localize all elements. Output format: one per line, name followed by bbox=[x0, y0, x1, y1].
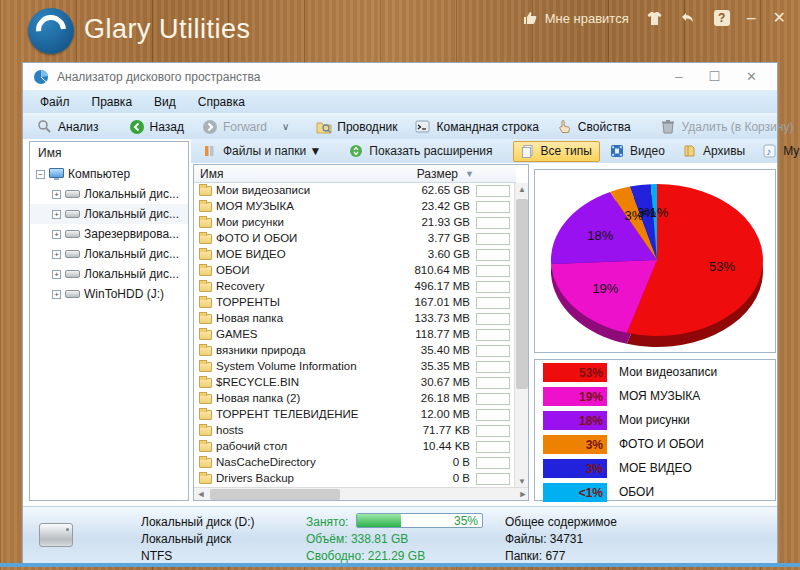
file-size: 133.73 MB bbox=[414, 312, 470, 324]
file-row[interactable]: Recovery496.17 MB bbox=[194, 279, 516, 295]
collapse-box[interactable]: − bbox=[36, 170, 45, 179]
tree-item-drive[interactable]: +Локальный дис... bbox=[30, 184, 188, 204]
scroll-up-arrow[interactable]: ▲ bbox=[515, 183, 529, 197]
file-row[interactable]: ТОРРЕНТЫ167.01 MB bbox=[194, 295, 516, 311]
list-header: Имя Размер ▼ bbox=[194, 165, 516, 183]
file-row[interactable]: Drivers Backup0 B bbox=[194, 471, 516, 487]
expand-box[interactable]: + bbox=[52, 210, 61, 219]
file-row[interactable]: NasCacheDirectory0 B bbox=[194, 455, 516, 471]
column-name[interactable]: Имя bbox=[200, 167, 223, 181]
undo-button[interactable] bbox=[680, 10, 697, 27]
app-close-button[interactable]: ✕ bbox=[773, 10, 786, 26]
legend-panel: 53%Мои видеозаписи19%МОЯ МУЗЫКА18%Мои ри… bbox=[534, 359, 776, 501]
tree-root-computer[interactable]: −Компьютер bbox=[30, 164, 188, 184]
menu-item-Справка[interactable]: Справка bbox=[187, 95, 256, 109]
file-name: ОБОИ bbox=[216, 264, 250, 276]
file-row[interactable]: Мои видеозаписи62.65 GB bbox=[194, 183, 516, 199]
horizontal-scrollbar[interactable]: ◄ ► bbox=[194, 487, 529, 500]
window-minimize-button[interactable]: – bbox=[675, 69, 682, 84]
expand-box[interactable]: + bbox=[52, 290, 61, 299]
legend-swatch: 53% bbox=[543, 363, 607, 382]
svg-text:♪: ♪ bbox=[766, 145, 771, 156]
horizontal-scroll-thumb[interactable] bbox=[210, 489, 340, 500]
file-size: 496.17 MB bbox=[414, 280, 470, 292]
menu-item-Вид[interactable]: Вид bbox=[143, 95, 187, 109]
expand-box[interactable]: + bbox=[52, 250, 61, 259]
file-row[interactable]: ОБОИ810.64 MB bbox=[194, 263, 516, 279]
menu-item-Файл[interactable]: Файл bbox=[29, 95, 81, 109]
file-row[interactable]: вязники природа35.40 MB bbox=[194, 343, 516, 359]
file-row[interactable]: ФОТО И ОБОИ3.77 GB bbox=[194, 231, 516, 247]
file-name: МОЕ ВИДЕО bbox=[216, 248, 286, 260]
video-label: Видео bbox=[630, 144, 665, 158]
app-minimize-button[interactable]: – bbox=[747, 10, 756, 26]
window-maximize-button[interactable]: ☐ bbox=[708, 69, 720, 84]
back-circle-icon bbox=[129, 119, 145, 135]
folder-icon bbox=[199, 266, 212, 276]
filter-video-button[interactable]: Видео bbox=[602, 141, 673, 162]
help-button[interactable]: ? bbox=[714, 10, 730, 26]
show-extensions-button[interactable]: Показать расширения bbox=[341, 141, 500, 162]
file-row[interactable]: МОЕ ВИДЕО3.60 GB bbox=[194, 247, 516, 263]
expand-box[interactable]: + bbox=[52, 190, 61, 199]
file-row[interactable]: Новая папка133.73 MB bbox=[194, 311, 516, 327]
file-row[interactable]: ТОРРЕНТ ТЕЛЕВИДЕНИЕ12.00 MB bbox=[194, 407, 516, 423]
file-row[interactable]: рабочий стол10.44 KB bbox=[194, 439, 516, 455]
expand-box[interactable]: + bbox=[52, 230, 61, 239]
pie-chart: 53%19%18%3%3%<1% bbox=[535, 170, 777, 354]
drive-icon bbox=[39, 523, 73, 547]
delete-button[interactable]: Удалить (в Корзину) bbox=[653, 117, 800, 137]
hand-pointer-icon bbox=[557, 119, 573, 135]
command-prompt-icon bbox=[415, 119, 431, 135]
folder-icon bbox=[199, 298, 212, 308]
files-folders-filter-button[interactable]: Файлы и папки ▼ bbox=[195, 141, 329, 162]
tree-item-drive[interactable]: +WinToHDD (J:) bbox=[30, 284, 188, 304]
file-name: Drivers Backup bbox=[216, 472, 294, 484]
file-row[interactable]: $RECYCLE.BIN30.67 MB bbox=[194, 375, 516, 391]
menu-item-Правка[interactable]: Правка bbox=[81, 95, 144, 109]
like-button[interactable]: Мне нравится bbox=[522, 10, 629, 27]
file-row[interactable]: System Volume Information35.35 MB bbox=[194, 359, 516, 375]
file-size: 35.40 MB bbox=[421, 344, 470, 356]
size-bar bbox=[476, 233, 510, 245]
file-row[interactable]: Мои рисунки21.93 GB bbox=[194, 215, 516, 231]
column-size[interactable]: Размер bbox=[417, 167, 458, 181]
tree-item-drive[interactable]: +Локальный дис... bbox=[30, 204, 188, 224]
forward-button[interactable]: Forward bbox=[194, 117, 275, 137]
legend-label: МОЕ ВИДЕО bbox=[619, 461, 692, 475]
history-dropdown-button[interactable]: ∨ bbox=[277, 121, 294, 132]
back-button[interactable]: Назад bbox=[121, 117, 192, 137]
pie-slice-label: 18% bbox=[587, 228, 613, 243]
used-progress-bar: 35% bbox=[356, 513, 483, 528]
file-row[interactable]: МОЯ МУЗЫКА23.42 GB bbox=[194, 199, 516, 215]
filter-music-button[interactable]: ♪ Музыка bbox=[755, 141, 800, 162]
cmd-button[interactable]: Командная строка bbox=[407, 117, 546, 137]
filter-archives-button[interactable]: Архивы bbox=[675, 141, 753, 162]
tree-item-label: WinToHDD (J:) bbox=[84, 287, 164, 301]
vertical-scroll-thumb[interactable] bbox=[516, 199, 528, 389]
filter-all-types-button[interactable]: Все типы bbox=[513, 141, 600, 162]
file-row[interactable]: Новая папка (2)26.18 MB bbox=[194, 391, 516, 407]
disk-analyzer-window: Анализатор дискового пространства – ☐ ✕ … bbox=[22, 62, 778, 563]
tree-item-drive[interactable]: +Локальный дис... bbox=[30, 264, 188, 284]
scroll-right-arrow[interactable]: ► bbox=[516, 488, 529, 501]
tree-item-drive[interactable]: +Локальный дис... bbox=[30, 244, 188, 264]
window-close-button[interactable]: ✕ bbox=[746, 69, 757, 84]
theme-shirt-button[interactable] bbox=[646, 10, 663, 27]
file-row[interactable]: hosts71.77 KB bbox=[194, 423, 516, 439]
file-size: 30.67 MB bbox=[421, 376, 470, 388]
tree-item-drive[interactable]: +Зарезервирова... bbox=[30, 224, 188, 244]
scroll-left-arrow[interactable]: ◄ bbox=[194, 488, 208, 501]
file-row[interactable]: GAMES118.77 MB bbox=[194, 327, 516, 343]
size-bar bbox=[476, 313, 510, 325]
legend-swatch: 18% bbox=[543, 411, 607, 430]
analyze-button[interactable]: Анализ bbox=[29, 117, 107, 137]
file-size: 3.77 GB bbox=[428, 232, 470, 244]
drive-icon bbox=[65, 210, 80, 218]
properties-button[interactable]: Свойства bbox=[549, 117, 639, 137]
vertical-scrollbar[interactable]: ▲ ▼ bbox=[514, 183, 528, 489]
explorer-button[interactable]: Проводник bbox=[308, 117, 405, 137]
file-size: 71.77 KB bbox=[423, 424, 470, 436]
size-bar bbox=[476, 185, 510, 197]
expand-box[interactable]: + bbox=[52, 270, 61, 279]
